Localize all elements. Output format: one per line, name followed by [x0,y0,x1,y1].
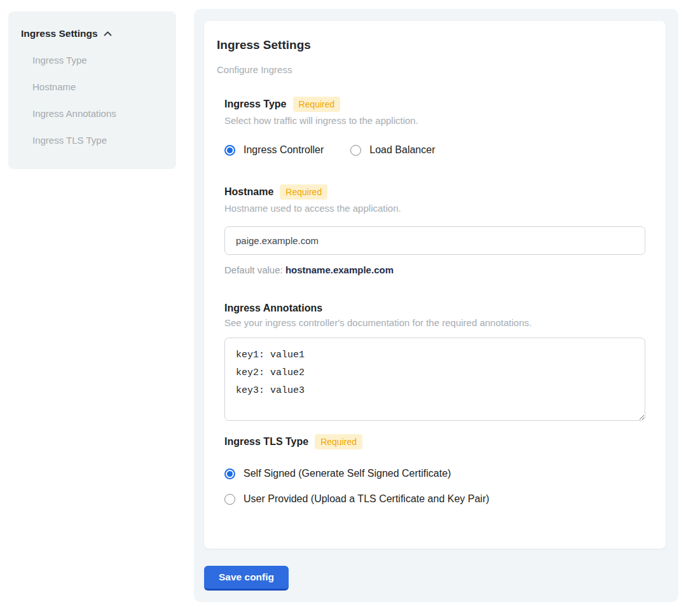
radio-option-load-balancer[interactable]: Load Balancer [350,144,435,156]
radio-icon [224,145,235,156]
fields-container: Ingress Type Required Select how traffic… [224,97,645,505]
default-value-text: hostname.example.com [285,264,394,275]
page-subtitle: Configure Ingress [217,64,653,75]
page-title: Ingress Settings [217,38,653,52]
hostname-default-line: Default value: hostname.example.com [224,264,645,275]
ingress-tls-type-label: Ingress TLS Type [224,436,308,448]
ingress-type-label: Ingress Type [224,99,287,110]
ingress-settings-card: Ingress Settings Configure Ingress Ingre… [204,21,666,549]
field-hostname: Hostname Required Hostname used to acces… [224,184,645,275]
ingress-type-description: Select how traffic will ingress to the a… [224,115,645,126]
radio-label: User Provided (Upload a TLS Certificate … [244,493,490,505]
radio-option-self-signed[interactable]: Self Signed (Generate Self Signed Certif… [224,468,645,479]
radio-label: Self Signed (Generate Self Signed Certif… [244,468,451,479]
chevron-up-icon [103,29,113,39]
settings-panel: Ingress Settings Configure Ingress Ingre… [194,9,678,602]
hostname-description: Hostname used to access the application. [224,203,645,214]
sidebar-section-label: Ingress Settings [21,28,98,39]
radio-icon [224,469,235,479]
ingress-annotations-description: See your ingress controller's documentat… [224,317,645,328]
ingress-annotations-textarea[interactable]: key1: value1 key2: value2 key3: value3 [224,338,645,421]
save-config-button[interactable]: Save config [204,566,289,591]
radio-icon [224,494,235,505]
hostname-input[interactable] [224,226,645,255]
sidebar-item-ingress-tls-type[interactable]: Ingress TLS Type [21,135,163,146]
radio-label: Load Balancer [369,144,435,156]
hostname-label: Hostname [224,186,273,198]
field-ingress-type: Ingress Type Required Select how traffic… [224,97,645,156]
radio-icon [350,145,361,156]
ingress-annotations-label: Ingress Annotations [224,303,322,314]
required-badge: Required [315,434,362,449]
field-ingress-tls-type: Ingress TLS Type Required Self Signed (G… [224,434,645,505]
radio-label: Ingress Controller [244,144,324,156]
sidebar-item-ingress-annotations[interactable]: Ingress Annotations [21,108,163,120]
required-badge: Required [280,184,327,200]
radio-option-user-provided[interactable]: User Provided (Upload a TLS Certificate … [224,493,645,505]
default-value-label: Default value: [224,264,283,275]
sidebar-item-hostname[interactable]: Hostname [21,81,163,93]
field-ingress-annotations: Ingress Annotations See your ingress con… [224,303,645,421]
sidebar-section-ingress-settings[interactable]: Ingress Settings [21,28,163,39]
radio-option-ingress-controller[interactable]: Ingress Controller [224,144,324,156]
required-badge: Required [293,97,341,112]
settings-sidebar: Ingress Settings Ingress Type Hostname I… [8,11,176,169]
sidebar-item-ingress-type[interactable]: Ingress Type [21,55,163,66]
